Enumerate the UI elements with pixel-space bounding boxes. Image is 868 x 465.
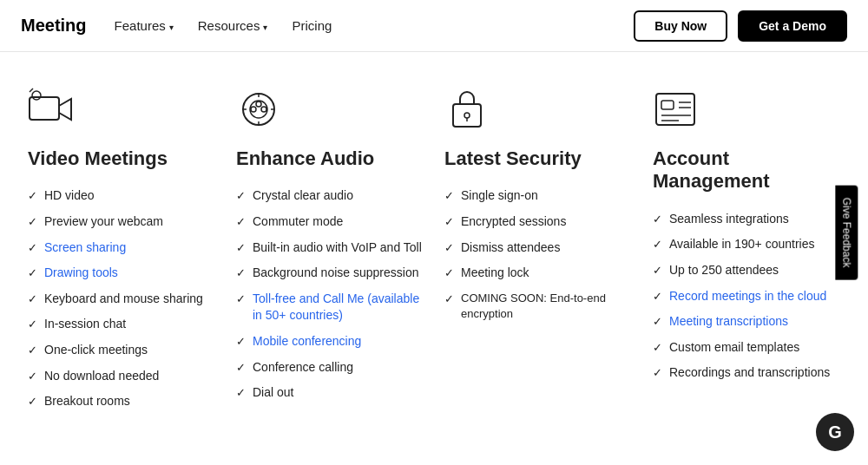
video-meetings-list: ✓HD video ✓Preview your webcam ✓Screen s…	[28, 187, 215, 409]
list-item: ✓Mobile conferencing	[236, 333, 424, 350]
list-item: ✓Screen sharing	[28, 239, 215, 257]
nav-right: Buy Now Get a Demo	[634, 10, 847, 42]
svg-rect-12	[453, 104, 481, 127]
account-management-list: ✓Seamless integrations ✓Available in 190…	[653, 211, 840, 382]
grammarly-icon: G	[828, 422, 842, 442]
list-item: ✓One-click meetings	[28, 342, 215, 359]
grammarly-badge[interactable]: G	[816, 413, 854, 445]
list-item: ✓Recordings and transcriptions	[653, 364, 840, 382]
list-item: ✓Conference calling	[236, 359, 424, 377]
svg-point-1	[32, 91, 41, 100]
list-item: ✓Preview your webcam	[28, 213, 215, 231]
list-item: ✓No download needed	[28, 368, 215, 385]
list-item: ✓HD video	[28, 187, 215, 205]
list-item: ✓Custom email templates	[653, 339, 840, 357]
list-item: ✓COMING SOON: End-to-end encryption	[444, 291, 632, 322]
meeting-transcriptions-link[interactable]: Meeting transcriptions	[669, 313, 788, 331]
list-item: ✓Encrypted sessions	[444, 213, 632, 231]
list-item: ✓Toll-free and Call Me (available in 50+…	[236, 291, 424, 324]
give-feedback-tab[interactable]: Give Feedback	[836, 186, 858, 280]
list-item: ✓Commuter mode	[236, 213, 424, 231]
nav-pricing[interactable]: Pricing	[292, 18, 332, 33]
column-video-meetings: Video Meetings ✓HD video ✓Preview your w…	[28, 87, 215, 410]
list-item: ✓Single sign-on	[444, 187, 632, 205]
list-item: ✓Keyboard and mouse sharing	[28, 291, 215, 308]
svg-rect-0	[30, 97, 59, 120]
column-enhance-audio: Enhance Audio ✓Crystal clear audio ✓Comm…	[236, 87, 424, 410]
video-meetings-icon	[28, 87, 73, 132]
navbar: Meeting Features Resources Pricing Buy N…	[0, 0, 868, 52]
list-item: ✓Crystal clear audio	[236, 187, 424, 205]
column-latest-security: Latest Security ✓Single sign-on ✓Encrypt…	[444, 87, 632, 410]
list-item: ✓In-session chat	[28, 316, 215, 333]
enhance-audio-list: ✓Crystal clear audio ✓Commuter mode ✓Bui…	[236, 187, 424, 401]
list-item: ✓Seamless integrations	[653, 211, 840, 228]
account-management-title: Account Management	[653, 147, 840, 193]
account-management-icon	[653, 87, 698, 132]
list-item: ✓Meeting transcriptions	[653, 313, 840, 331]
list-item: ✓Background noise suppression	[236, 265, 424, 282]
get-demo-button[interactable]: Get a Demo	[738, 10, 847, 42]
svg-line-2	[30, 88, 33, 92]
features-grid: Video Meetings ✓HD video ✓Preview your w…	[0, 52, 868, 445]
list-item: ✓Meeting lock	[444, 265, 632, 282]
latest-security-icon	[444, 87, 490, 132]
record-meetings-link[interactable]: Record meetings in the cloud	[669, 288, 826, 305]
list-item: ✓Breakout rooms	[28, 393, 215, 410]
enhance-audio-title: Enhance Audio	[236, 147, 424, 170]
nav-features[interactable]: Features	[115, 18, 174, 33]
svg-point-6	[261, 107, 266, 112]
list-item: ✓Available in 190+ countries	[653, 236, 840, 253]
list-item: ✓Dismiss attendees	[444, 239, 632, 257]
brand-logo[interactable]: Meeting	[21, 16, 87, 36]
svg-point-13	[464, 113, 470, 118]
svg-point-5	[251, 107, 256, 112]
list-item: ✓Built-in audio with VoIP and Toll	[236, 239, 424, 257]
enhance-audio-icon	[236, 87, 281, 132]
latest-security-list: ✓Single sign-on ✓Encrypted sessions ✓Dis…	[444, 187, 632, 322]
list-item: ✓Up to 250 attendees	[653, 262, 840, 279]
nav-left: Meeting Features Resources Pricing	[21, 16, 332, 36]
nav-resources[interactable]: Resources	[198, 18, 268, 33]
svg-point-3	[243, 94, 274, 125]
list-item: ✓Record meetings in the cloud	[653, 288, 840, 305]
mobile-conferencing-link[interactable]: Mobile conferencing	[253, 333, 361, 350]
video-meetings-title: Video Meetings	[28, 147, 215, 170]
latest-security-title: Latest Security	[444, 147, 632, 170]
list-item: ✓Dial out	[236, 384, 424, 402]
drawing-tools-link[interactable]: Drawing tools	[44, 265, 118, 282]
nav-links: Features Resources Pricing	[115, 18, 332, 33]
svg-point-4	[250, 101, 267, 118]
screen-sharing-link[interactable]: Screen sharing	[44, 239, 126, 257]
list-item: ✓Drawing tools	[28, 265, 215, 282]
buy-now-button[interactable]: Buy Now	[634, 10, 727, 42]
svg-rect-16	[661, 101, 674, 109]
column-account-management: Account Management ✓Seamless integration…	[653, 87, 840, 410]
svg-point-7	[256, 102, 261, 107]
tollfree-link[interactable]: Toll-free and Call Me (available in 50+ …	[253, 291, 424, 324]
